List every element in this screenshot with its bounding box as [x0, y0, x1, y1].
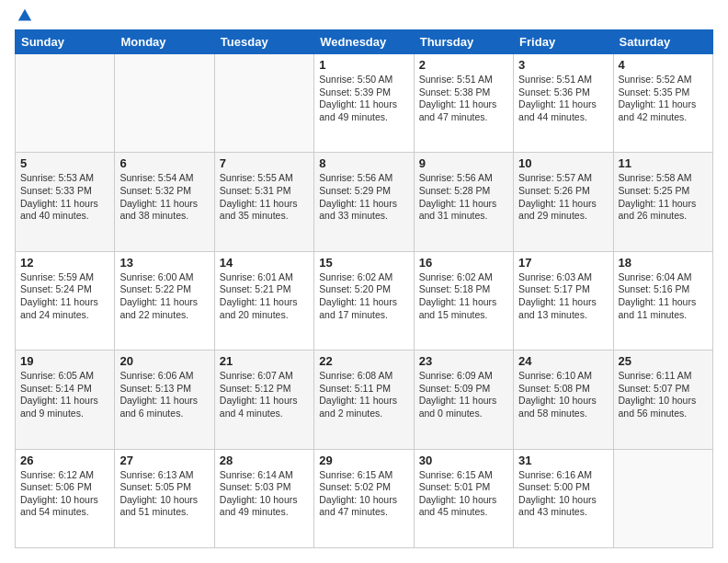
day-info: Daylight: 11 hours: [319, 98, 408, 111]
day-info: Daylight: 11 hours: [419, 98, 508, 111]
calendar-cell: 15Sunrise: 6:02 AMSunset: 5:20 PMDayligh…: [314, 251, 414, 350]
calendar-cell: 28Sunrise: 6:14 AMSunset: 5:03 PMDayligh…: [214, 449, 313, 547]
day-info: Daylight: 10 hours: [619, 395, 708, 408]
day-info: Daylight: 11 hours: [619, 98, 708, 111]
day-info: Daylight: 11 hours: [220, 296, 309, 309]
day-info: and 44 minutes.: [518, 111, 608, 124]
day-info: Daylight: 11 hours: [518, 296, 608, 309]
day-info: Daylight: 10 hours: [20, 494, 109, 507]
day-info: and 49 minutes.: [220, 506, 309, 519]
calendar-cell: 6Sunrise: 5:54 AMSunset: 5:32 PMDaylight…: [115, 153, 214, 251]
day-info: Sunrise: 6:00 AM: [119, 271, 209, 284]
day-info: Daylight: 10 hours: [319, 494, 408, 507]
day-info: Sunset: 5:08 PM: [518, 383, 608, 396]
day-number: 18: [619, 256, 708, 270]
day-info: Daylight: 10 hours: [419, 494, 508, 507]
day-info: and 40 minutes.: [20, 210, 109, 223]
day-info: and 58 minutes.: [518, 408, 608, 420]
day-info: Sunrise: 5:57 AM: [518, 172, 608, 185]
day-number: 16: [419, 256, 508, 270]
day-info: Daylight: 11 hours: [220, 198, 309, 211]
day-info: and 47 minutes.: [419, 111, 508, 124]
day-info: Sunset: 5:21 PM: [220, 283, 309, 296]
day-info: Sunset: 5:17 PM: [518, 283, 608, 296]
day-info: and 29 minutes.: [518, 210, 608, 223]
day-number: 9: [419, 156, 508, 170]
day-info: Sunrise: 6:01 AM: [220, 271, 309, 284]
day-number: 24: [518, 354, 608, 368]
day-info: Sunset: 5:02 PM: [319, 481, 408, 494]
day-info: Daylight: 11 hours: [20, 395, 109, 408]
day-number: 21: [220, 354, 309, 368]
day-info: Daylight: 11 hours: [419, 395, 508, 408]
calendar-cell: 9Sunrise: 5:56 AMSunset: 5:28 PMDaylight…: [414, 153, 513, 251]
day-info: Sunset: 5:03 PM: [220, 481, 309, 494]
day-info: Sunset: 5:12 PM: [220, 383, 309, 396]
day-info: Sunset: 5:06 PM: [20, 481, 109, 494]
day-info: Daylight: 11 hours: [619, 198, 708, 211]
day-info: and 35 minutes.: [220, 210, 309, 223]
day-info: Sunset: 5:01 PM: [419, 481, 508, 494]
day-info: and 38 minutes.: [119, 210, 209, 223]
day-number: 28: [220, 454, 309, 467]
day-info: Sunset: 5:18 PM: [419, 283, 508, 296]
day-info: Daylight: 11 hours: [119, 198, 209, 211]
day-info: and 9 minutes.: [20, 408, 109, 420]
calendar-cell: 20Sunrise: 6:06 AMSunset: 5:13 PMDayligh…: [115, 350, 214, 449]
calendar-cell: 21Sunrise: 6:07 AMSunset: 5:12 PMDayligh…: [214, 350, 313, 449]
day-info: Sunrise: 6:09 AM: [419, 370, 508, 383]
calendar-cell: 10Sunrise: 5:57 AMSunset: 5:26 PMDayligh…: [514, 153, 613, 251]
day-info: Sunrise: 6:16 AM: [518, 469, 608, 482]
calendar-cell: 7Sunrise: 5:55 AMSunset: 5:31 PMDaylight…: [214, 153, 313, 251]
day-number: 19: [20, 354, 109, 368]
day-info: and 26 minutes.: [619, 210, 708, 223]
header: [15, 15, 713, 20]
day-info: Sunset: 5:35 PM: [619, 86, 708, 99]
day-info: and 33 minutes.: [319, 210, 408, 223]
day-info: Daylight: 11 hours: [619, 296, 708, 309]
day-info: Daylight: 11 hours: [20, 296, 109, 309]
day-info: Daylight: 11 hours: [419, 296, 508, 309]
day-header-saturday: Saturday: [613, 30, 712, 54]
day-info: Sunset: 5:25 PM: [619, 185, 708, 198]
day-info: Daylight: 11 hours: [220, 395, 309, 408]
day-info: and 17 minutes.: [319, 309, 408, 322]
day-info: and 6 minutes.: [119, 408, 209, 420]
calendar-cell: 2Sunrise: 5:51 AMSunset: 5:38 PMDaylight…: [414, 54, 513, 153]
day-info: Sunset: 5:38 PM: [419, 86, 508, 99]
svg-marker-0: [18, 9, 31, 21]
day-header-monday: Monday: [115, 30, 214, 54]
day-info: and 4 minutes.: [220, 408, 309, 420]
day-info: and 42 minutes.: [619, 111, 708, 124]
day-info: Sunrise: 5:54 AM: [119, 172, 209, 185]
day-info: Sunrise: 5:50 AM: [319, 74, 408, 86]
calendar-cell: [115, 54, 214, 153]
day-number: 17: [518, 256, 608, 270]
day-number: 27: [119, 454, 209, 467]
calendar-header-row: SundayMondayTuesdayWednesdayThursdayFrid…: [16, 30, 713, 54]
day-info: Sunrise: 6:03 AM: [518, 271, 608, 284]
day-number: 12: [20, 256, 109, 270]
day-info: Daylight: 11 hours: [319, 198, 408, 211]
calendar-cell: 23Sunrise: 6:09 AMSunset: 5:09 PMDayligh…: [414, 350, 513, 449]
day-info: and 47 minutes.: [319, 506, 408, 519]
day-info: and 11 minutes.: [619, 309, 708, 322]
day-info: Daylight: 11 hours: [518, 98, 608, 111]
day-number: 3: [518, 58, 608, 72]
day-info: Sunrise: 5:59 AM: [20, 271, 109, 284]
calendar-week-5: 26Sunrise: 6:12 AMSunset: 5:06 PMDayligh…: [16, 449, 713, 547]
day-number: 25: [619, 354, 708, 368]
day-header-tuesday: Tuesday: [214, 30, 313, 54]
day-info: Sunrise: 5:56 AM: [319, 172, 408, 185]
day-info: Sunset: 5:31 PM: [220, 185, 309, 198]
day-number: 31: [518, 454, 608, 467]
day-info: Sunset: 5:22 PM: [119, 283, 209, 296]
day-header-thursday: Thursday: [414, 30, 513, 54]
day-info: Sunrise: 6:15 AM: [419, 469, 508, 482]
calendar-cell: 18Sunrise: 6:04 AMSunset: 5:16 PMDayligh…: [613, 251, 712, 350]
day-info: and 0 minutes.: [419, 408, 508, 420]
calendar-cell: [613, 449, 712, 547]
calendar-cell: 8Sunrise: 5:56 AMSunset: 5:29 PMDaylight…: [314, 153, 414, 251]
calendar-cell: 29Sunrise: 6:15 AMSunset: 5:02 PMDayligh…: [314, 449, 414, 547]
calendar-cell: 12Sunrise: 5:59 AMSunset: 5:24 PMDayligh…: [16, 251, 115, 350]
